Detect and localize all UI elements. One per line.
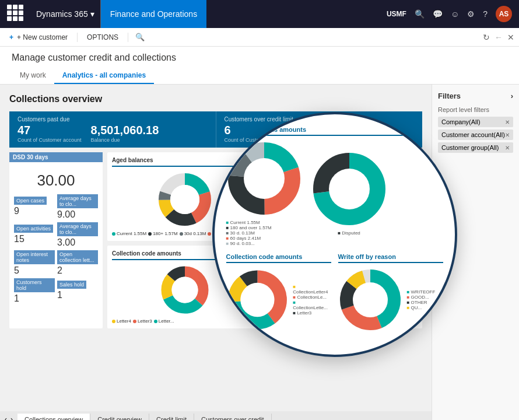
circle-code-title: Collection code amounts [226,253,331,263]
feedback-icon[interactable]: ☺ [451,9,459,19]
close-icon[interactable]: ✕ [507,33,514,42]
collection-code-legend: Letter4 Letter3 Letter... [112,318,258,324]
refresh-icon[interactable]: ↻ [483,33,490,42]
kpi-past-due-count: 47 [17,124,82,137]
open-activities-value: 15 [14,234,55,244]
kpi-past-due-label: Customers past due [17,116,208,123]
sales-hold-label: Sales hold [57,281,86,289]
brand-chevron: ▾ [90,9,94,19]
back-icon[interactable]: ← [495,33,503,42]
circle-collection-status-chart: ■ Disputed [311,151,387,236]
toolbar-window-controls: ↻ ← ✕ [483,33,514,42]
page-title: Manage customer credit and collections [12,52,507,63]
tab-analytics[interactable]: Analytics - all companies [54,68,154,84]
aged-balances-donut [156,170,214,229]
circle-collection-status-section: Collection status amounts ■ Current 1.5 [226,126,443,246]
filter-remove-account[interactable]: ✕ [505,132,510,138]
next-tab-icon[interactable]: › [10,415,13,420]
circle-writeoff-donut [338,268,402,332]
prev-tab-icon[interactable]: ‹ [5,415,7,420]
metric-grid: Open cases 9 Average days to clo... 9.00… [14,194,98,304]
page-header: Manage customer credit and collections M… [0,47,519,85]
collection-code-donut [159,264,211,316]
metric-sales-hold: Sales hold 1 [57,278,98,304]
open-activities-label: Open activities [14,225,53,233]
bottom-tab-credit-limit[interactable]: Credit limit [149,414,194,420]
nav-right-actions: USMF 🔍 💬 ☺ ⚙ ? AS [387,6,512,22]
svg-point-31 [329,169,370,209]
dsd-value: 30.00 [14,167,98,194]
avg-days-label: Average days to clo... [57,194,98,208]
kpi-past-due-amount-label: Balance due [91,137,159,143]
kpi-past-due-values: 47 Count of Customer account 8,501,060.1… [17,124,208,143]
plus-icon: + [9,33,13,41]
circle-status-donut [311,151,387,227]
svg-point-43 [353,282,388,317]
circle-writeoff-title: Write off by reason [338,253,443,263]
svg-point-6 [170,185,199,214]
avg-days-value: 9.00 [57,209,98,220]
help-icon[interactable]: ? [483,9,488,19]
toolbar-search-icon[interactable]: 🔍 [135,33,145,41]
toolbar-separator [77,33,78,42]
filter-tag-company[interactable]: Company(All) ✕ [438,117,513,127]
svg-point-28 [244,158,285,199]
bottom-tab-credit[interactable]: Credit overview [90,414,149,420]
metric-open-cases: Open cases 9 [14,194,55,220]
open-cases-value: 9 [14,206,55,216]
metric-avg-days2: Average days to clo... 3.00 [57,222,98,248]
avg-days2-value: 3.00 [57,237,98,248]
user-avatar[interactable]: AS [496,6,512,22]
tab-my-work[interactable]: My work [12,68,54,84]
metric-interest: Open interest notes 5 [14,250,55,276]
svg-point-37 [240,283,274,317]
filters-subtitle: Report level filters [438,106,513,113]
top-navigation: Dynamics 365 ▾ Finance and Operations US… [0,0,519,28]
sales-hold-value: 1 [57,290,98,300]
filters-title: Filters › [438,92,513,100]
bottom-tab-customers-over[interactable]: Customers over credit [194,414,272,420]
collection-label: Open collection lett... [57,250,98,264]
svg-point-14 [172,277,198,303]
kpi-past-due-amount: 8,501,060.18 [91,124,159,137]
search-nav-icon[interactable]: 🔍 [415,9,425,19]
filter-tag-customer-group[interactable]: Customer group(All) ✕ [438,142,513,153]
settings-icon[interactable]: ⚙ [467,9,475,19]
app-launcher-icon[interactable] [7,5,26,23]
customers-hold-value: 1 [14,293,55,304]
kpi-customers-past-due: Customers past due 47 Count of Customer … [9,111,216,148]
circle-bottom-charts: Collection code amounts ■ CollectionLett… [226,253,443,332]
interest-value: 5 [14,265,55,276]
toolbar: + + New customer OPTIONS 🔍 ↻ ← ✕ [0,28,519,47]
metric-collection: Open collection lett... 2 [57,250,98,276]
page-tabs: My work Analytics - all companies [12,68,507,84]
bottom-tab-collections[interactable]: Collections overview [17,414,90,420]
kpi-past-due-count-label: Count of Customer account [17,137,82,143]
filter-remove-company[interactable]: ✕ [505,119,510,125]
bottom-tabs: ‹ › Collections overview Credit overview… [0,411,432,420]
customers-hold-label: Customers hold [14,278,55,292]
metric-open-activities: Open activities 15 [14,222,55,248]
chat-icon[interactable]: 💬 [433,9,443,19]
brand-dynamics365[interactable]: Dynamics 365 ▾ [30,0,101,28]
new-customer-button[interactable]: + + New customer [5,31,72,44]
metric-avg-days: Average days to clo... 9.00 [57,194,98,220]
company-label: USMF [387,10,406,18]
options-button[interactable]: OPTIONS [82,31,123,44]
detail-circle-overlay: Collection status amounts ■ Current 1.5 [212,112,457,357]
filter-tag-customer-account[interactable]: Customer account(All) ✕ [438,130,513,140]
dsd-panel: DSD 30 days 30.00 Open cases 9 Average d… [9,152,103,328]
toolbar-separator2 [128,33,128,42]
circle-inner-content: Collection status amounts ■ Current 1.5 [226,126,443,343]
module-label: Finance and Operations [101,0,206,28]
brand-label: Dynamics 365 [36,9,88,19]
metric-customers-hold: Customers hold 1 [14,278,55,304]
collection-value: 2 [57,265,98,276]
interest-label: Open interest notes [14,250,55,264]
dsd-title: DSD 30 days [9,152,103,162]
dashboard-title: Collections overview [9,94,422,104]
filters-chevron[interactable]: › [511,92,513,100]
avg-days2-label: Average days to clo... [57,222,98,236]
filter-remove-group[interactable]: ✕ [505,145,510,151]
open-cases-label: Open cases [14,197,47,205]
